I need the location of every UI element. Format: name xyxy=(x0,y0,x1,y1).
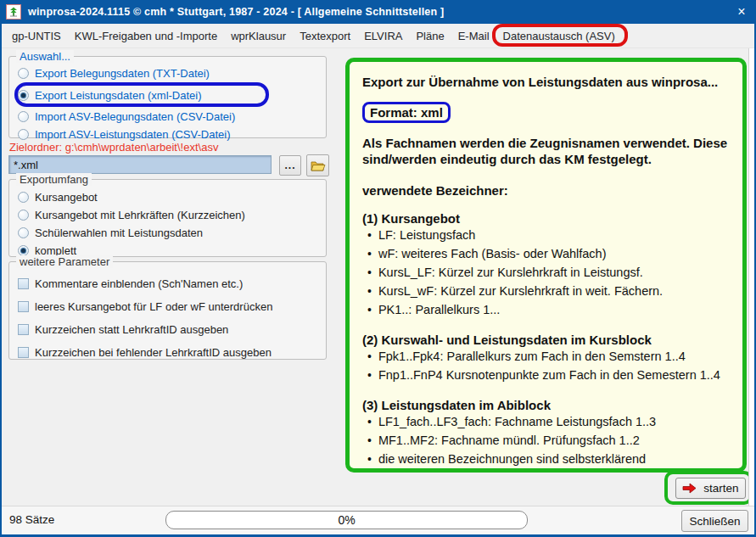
auswahl-caption: Auswahl... xyxy=(16,50,74,63)
list-item: Fpk1..Fpk4: Parallelkurs zum Fach in den… xyxy=(362,347,730,366)
radio-label: Kursangebot mit Lehrkräften (Kurzzeichen… xyxy=(35,209,245,221)
menu-item-textexport[interactable]: Textexport xyxy=(293,24,357,48)
green-highlight-annotation: starten xyxy=(664,471,753,505)
checkbox-label: Kurzzeichen bei fehlender LehrkraftID au… xyxy=(35,346,272,359)
record-count: 98 Sätze xyxy=(9,513,54,526)
app-logo-icon xyxy=(6,4,21,20)
list-item: KursL_LF: Kürzel zur Kurslehrkraft in Le… xyxy=(362,263,730,282)
checkbox-leeres-kursangebot[interactable]: leeres Kursangebot für LF oder wF unterd… xyxy=(18,295,326,318)
tree-icon xyxy=(8,6,20,18)
radio-export-belegungsdaten[interactable]: Export Belegungsdaten (TXT-Datei) xyxy=(18,64,326,82)
checkbox-label: Kommentare einblenden (Sch'Namen etc.) xyxy=(35,277,243,290)
radio-import-asv-belegungsdaten[interactable]: Import ASV-Belegungsdaten (CSV-Datei) xyxy=(18,108,326,126)
section-3-heading: (3) Leistungsdaten im Abiblock xyxy=(362,398,730,412)
list-item: PK1..: Parallelkurs 1... xyxy=(362,300,730,319)
menu-item-datenaustausch-asv[interactable]: Datenaustausch (ASV) xyxy=(496,24,622,48)
parameter-caption: weitere Parameter xyxy=(16,255,113,268)
radio-icon xyxy=(18,192,29,203)
list-item: LF: Leistungsfach xyxy=(362,226,730,244)
info-title: Export zur Übernahme von Leistungsdaten … xyxy=(362,75,730,89)
menu-item-elvira[interactable]: ELVIRA xyxy=(357,24,409,48)
title-bar: winprosa-2024.1115 © cmh * Stuttgart, 19… xyxy=(0,0,756,24)
radio-label: Export Leistungsdaten (xml-Datei) xyxy=(35,89,202,102)
parameter-group: weitere Parameter Kommentare einblenden … xyxy=(8,261,327,360)
radio-icon xyxy=(18,68,29,79)
starten-label: starten xyxy=(703,482,738,495)
exportumfang-caption: Exportumfang xyxy=(16,173,92,186)
filename-input[interactable]: *.xml xyxy=(8,155,272,174)
menu-bar: gp-UNTIS KWL-Freigaben und -Importe wprK… xyxy=(2,24,754,48)
checkbox-kurzzeichen-statt[interactable]: Kurzzeichen statt LehrkraftID ausgeben xyxy=(18,318,326,341)
list-item: Fnp1..FnP4 Kursnotenpunkte zum Fach in d… xyxy=(362,366,730,384)
red-arrow-icon xyxy=(682,483,697,494)
zielordner-path-label: Zielordner: g:\cmh\wprdaten\arbeit\!ext\… xyxy=(9,141,218,154)
section-2-heading: (2) Kurswahl- und Leistungsdaten im Kurs… xyxy=(362,333,730,347)
radio-label: Import ASV-Leistungsdaten (CSV-Datei) xyxy=(35,128,231,141)
menu-item-email[interactable]: E-Mail xyxy=(451,24,496,48)
checkbox-label: leeres Kursangebot für LF oder wF unterd… xyxy=(35,300,272,313)
radio-checked-icon xyxy=(18,90,29,101)
starten-button[interactable]: starten xyxy=(675,478,746,499)
radio-kursangebot-lehrkraefte[interactable]: Kursangebot mit Lehrkräften (Kurzzeichen… xyxy=(18,206,326,224)
info-panel: Export zur Übernahme von Leistungsdaten … xyxy=(345,58,747,473)
radio-kursangebot[interactable]: Kursangebot xyxy=(18,188,326,206)
schliessen-button[interactable]: Schließen xyxy=(681,510,748,532)
menu-item-label: Datenaustausch (ASV) xyxy=(503,30,615,42)
radio-icon xyxy=(18,210,29,221)
browse-button[interactable]: ... xyxy=(279,155,301,176)
radio-icon xyxy=(18,129,29,140)
bezeichner-heading: verwendete Bezeichner: xyxy=(362,183,730,198)
menu-item-kwl[interactable]: KWL-Freigaben und -Importe xyxy=(68,24,224,48)
menu-item-wprklausur[interactable]: wprKlausur xyxy=(224,24,293,48)
radio-label: Export Belegungsdaten (TXT-Datei) xyxy=(35,67,210,80)
radio-export-leistungsdaten[interactable]: Export Leistungsdaten (xml-Datei) xyxy=(18,87,326,104)
menu-item-gp-untis[interactable]: gp-UNTIS xyxy=(5,24,68,48)
section-1-heading: (1) Kursangebot xyxy=(362,211,730,226)
checkbox-kommentare[interactable]: Kommentare einblenden (Sch'Namen etc.) xyxy=(18,272,326,295)
progress-bar: 0% xyxy=(165,511,528,529)
auswahl-group: Auswahl... Export Belegungsdaten (TXT-Da… xyxy=(8,56,327,138)
list-item: wF: weiteres Fach (Basis- oder Wahlfach) xyxy=(362,244,730,263)
radio-label: Schülerwahlen mit Leistungsdaten xyxy=(35,227,203,239)
window-close-button[interactable]: × xyxy=(727,0,756,24)
status-bar: 98 Sätze 0% Schließen xyxy=(2,506,754,534)
format-label-annotated: Format: xml xyxy=(362,102,451,123)
menu-item-plaene[interactable]: Pläne xyxy=(409,24,451,48)
list-item: die weiteren Bezeichnungen sind selbster… xyxy=(362,450,730,468)
checkbox-icon xyxy=(18,324,29,335)
folder-icon xyxy=(311,159,326,172)
app-window: winprosa-2024.1115 © cmh * Stuttgart, 19… xyxy=(0,0,756,537)
radio-label: Kursangebot xyxy=(35,191,98,204)
list-item: LF1_fach..LF3_fach: Fachname Leistungsfa… xyxy=(362,412,730,431)
checkbox-icon xyxy=(18,301,29,312)
checkbox-icon xyxy=(18,278,29,289)
list-item: KursL_wF: Kürzel zur Kurslehrkraft in we… xyxy=(362,282,730,300)
right-gutter xyxy=(748,48,754,506)
checkbox-kurzzeichen-fehlend[interactable]: Kurzzeichen bei fehlender LehrkraftID au… xyxy=(18,341,326,364)
info-intro: Als Fachnamen werden die Zeugnisnamen ve… xyxy=(362,136,730,168)
exportumfang-group: Exportumfang Kursangebot Kursangebot mit… xyxy=(8,179,327,257)
radio-icon xyxy=(18,111,29,122)
checkbox-icon xyxy=(18,347,29,358)
radio-label: Import ASV-Belegungsdaten (CSV-Datei) xyxy=(35,110,235,123)
window-title: winprosa-2024.1115 © cmh * Stuttgart, 19… xyxy=(28,6,444,18)
radio-icon xyxy=(18,227,29,238)
list-item: MF1..MF2: Fachname mündl. Prüfungsfach 1… xyxy=(362,431,730,450)
checkbox-label: Kurzzeichen statt LehrkraftID ausgeben xyxy=(35,323,228,336)
open-folder-button[interactable] xyxy=(306,154,329,176)
radio-schuelerwahlen[interactable]: Schülerwahlen mit Leistungsdaten xyxy=(18,224,326,242)
